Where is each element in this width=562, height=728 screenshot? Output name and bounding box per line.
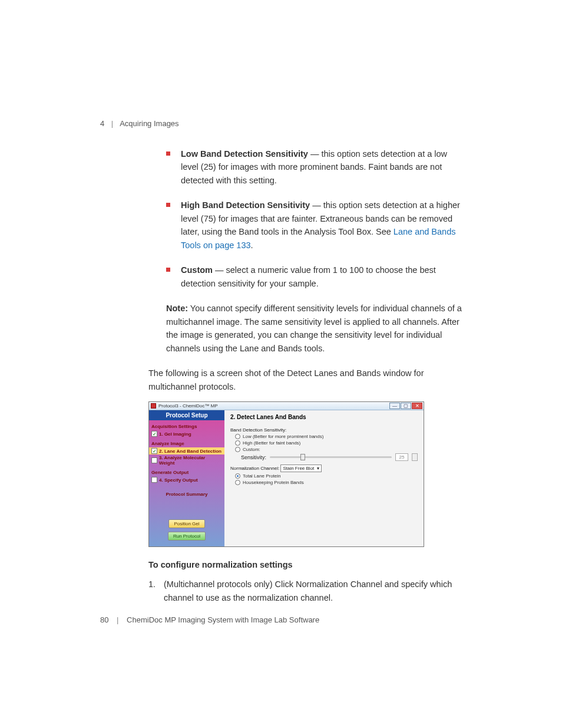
option-label: Total Lane Protein bbox=[243, 473, 281, 479]
bullet-icon bbox=[166, 151, 170, 156]
window-title: Protocol3 - ChemiDoc™ MP bbox=[158, 403, 217, 409]
normalization-row: Normalization Channel: Stain Free Blot bbox=[230, 465, 418, 472]
maximize-button[interactable]: ▢ bbox=[401, 403, 411, 409]
note-block: Note: You cannot specify different sensi… bbox=[166, 302, 465, 355]
bullet-icon bbox=[166, 203, 170, 207]
bullet-title: Low Band Detection Sensitivity bbox=[181, 149, 308, 159]
run-protocol-button[interactable]: Run Protocol bbox=[168, 532, 206, 541]
normalization-channel-dropdown[interactable]: Stain Free Blot bbox=[280, 465, 322, 472]
sidebar-item-label: 2. Lane And Band Detection bbox=[159, 449, 222, 454]
panel-heading: 2. Detect Lanes And Bands bbox=[230, 414, 418, 420]
radio-total-lane-protein[interactable]: Total Lane Protein bbox=[235, 473, 418, 479]
page-number: 80 bbox=[100, 615, 108, 624]
sidebar-group-acquisition: Acquisition Settings bbox=[149, 420, 224, 430]
sidebar-item-label: 1. Gel Imaging bbox=[159, 431, 191, 437]
note-label: Note: bbox=[166, 304, 188, 313]
sidebar-item-label: 3. Analyze Molecular Weight bbox=[159, 455, 222, 466]
protocol-summary-link[interactable]: Protocol Summary bbox=[149, 492, 224, 497]
bullet-title: High Band Detection Sensitivity bbox=[181, 200, 310, 210]
option-label: Custom: bbox=[243, 447, 260, 452]
product-name: ChemiDoc MP Imaging System with Image La… bbox=[127, 615, 319, 624]
option-label: High (Better for faint bands) bbox=[243, 440, 300, 446]
sensitivity-slider-row: Sensitivity: 25 bbox=[241, 453, 418, 461]
bullet-custom: Custom — select a numeric value from 1 t… bbox=[166, 263, 465, 290]
sidebar-item-molecular-weight[interactable]: 3. Analyze Molecular Weight bbox=[149, 454, 224, 466]
step-number: 1. bbox=[148, 578, 164, 604]
position-gel-button[interactable]: Position Gel bbox=[168, 519, 204, 528]
radio-icon bbox=[235, 473, 240, 479]
checkbox-icon bbox=[151, 477, 157, 483]
radio-icon bbox=[235, 440, 240, 446]
bullet-icon bbox=[166, 268, 170, 272]
slider-label: Sensitivity: bbox=[241, 454, 266, 460]
page-footer: 80 | ChemiDoc MP Imaging System with Ima… bbox=[100, 615, 319, 624]
checkbox-icon bbox=[151, 457, 157, 463]
bullet-high-sensitivity: High Band Detection Sensitivity — this o… bbox=[166, 199, 465, 252]
intro-paragraph: The following is a screen shot of the De… bbox=[148, 367, 465, 393]
window-titlebar: Protocol3 - ChemiDoc™ MP — ▢ ✕ bbox=[149, 402, 424, 410]
sidebar-item-lane-band-detection[interactable]: ✓ 2. Lane And Band Detection bbox=[149, 447, 224, 454]
separator: | bbox=[117, 615, 118, 624]
sidebar-item-label: 4. Specify Output bbox=[159, 477, 198, 483]
section-subheading: To configure normalization settings bbox=[148, 560, 465, 569]
note-text: You cannot specify different sensitivity… bbox=[166, 304, 462, 353]
window-buttons: — ▢ ✕ bbox=[389, 403, 422, 409]
radio-icon bbox=[235, 480, 240, 485]
option-label: Low (Better for more prominent bands) bbox=[243, 434, 323, 439]
spinner-buttons[interactable] bbox=[412, 453, 418, 461]
sensitivity-value[interactable]: 25 bbox=[395, 453, 408, 461]
sidebar-item-specify-output[interactable]: 4. Specify Output bbox=[149, 476, 224, 483]
radio-icon bbox=[235, 434, 240, 439]
sensitivity-label: Band Detection Sensitivity: bbox=[230, 427, 418, 433]
app-icon bbox=[151, 403, 156, 409]
sidebar-item-gel-imaging[interactable]: ✓ 1. Gel Imaging bbox=[149, 430, 224, 437]
bullet-text: — select a numeric value from 1 to 100 t… bbox=[181, 265, 436, 288]
screenshot-detect-lanes-bands: Protocol3 - ChemiDoc™ MP — ▢ ✕ Protocol … bbox=[148, 401, 424, 547]
bullet-low-sensitivity: Low Band Detection Sensitivity — this op… bbox=[166, 147, 465, 187]
option-label: Housekeeping Protein Bands bbox=[243, 480, 304, 485]
step-1: 1. (Multichannel protocols only) Click N… bbox=[148, 578, 465, 604]
step-text: (Multichannel protocols only) Click Norm… bbox=[164, 578, 465, 604]
radio-high-option[interactable]: High (Better for faint bands) bbox=[235, 440, 418, 446]
sensitivity-slider[interactable] bbox=[270, 456, 392, 458]
radio-housekeeping-bands[interactable]: Housekeeping Protein Bands bbox=[235, 480, 418, 485]
page-content: Low Band Detection Sensitivity — this op… bbox=[100, 118, 465, 604]
protocol-sidebar: Protocol Setup Acquisition Settings ✓ 1.… bbox=[149, 410, 224, 546]
sidebar-group-output: Generate Output bbox=[149, 466, 224, 476]
radio-icon bbox=[235, 447, 240, 452]
close-button[interactable]: ✕ bbox=[412, 403, 422, 409]
checkbox-icon: ✓ bbox=[151, 448, 157, 454]
checkbox-icon: ✓ bbox=[151, 431, 157, 437]
sidebar-title: Protocol Setup bbox=[149, 410, 224, 420]
sidebar-group-analyze: Analyze Image bbox=[149, 437, 224, 447]
bullet-text-b: . bbox=[251, 241, 253, 250]
minimize-button[interactable]: — bbox=[389, 403, 400, 409]
main-panel: 2. Detect Lanes And Bands Band Detection… bbox=[224, 410, 424, 546]
normalization-label: Normalization Channel: bbox=[230, 466, 279, 471]
radio-custom-option[interactable]: Custom: bbox=[235, 447, 418, 452]
radio-low-option[interactable]: Low (Better for more prominent bands) bbox=[235, 434, 418, 439]
bullet-title: Custom bbox=[181, 265, 213, 275]
slider-thumb[interactable] bbox=[300, 454, 305, 460]
